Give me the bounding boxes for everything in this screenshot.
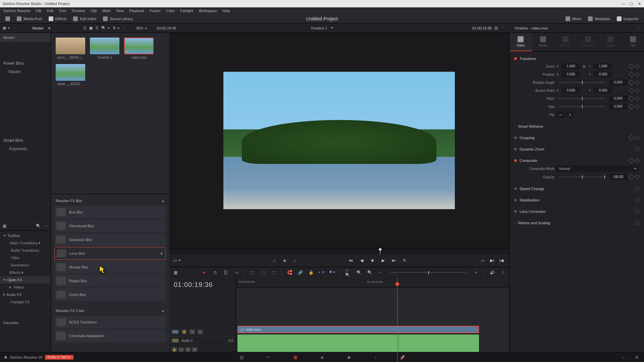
search-icon[interactable]: 🔍 bbox=[101, 26, 110, 30]
edit-index-button[interactable]: Edit Index bbox=[70, 15, 99, 22]
detail-zoom-icon[interactable]: 🔍 bbox=[356, 269, 362, 276]
mixer-button[interactable]: Mixer bbox=[563, 15, 584, 22]
transform-header[interactable]: Transform bbox=[514, 55, 639, 62]
to-end-icon[interactable]: ▶| bbox=[489, 257, 495, 263]
menu-playback[interactable]: Playback bbox=[127, 8, 146, 13]
anchor-y-input[interactable]: 0.000 bbox=[594, 87, 612, 94]
trim-tool-icon[interactable]: ⎙ bbox=[212, 269, 218, 276]
close-button[interactable]: ✕ bbox=[637, 2, 641, 6]
link-icon[interactable]: ⛓ bbox=[582, 65, 587, 68]
tab-effects[interactable]: Effects bbox=[554, 33, 577, 51]
opacity-slider[interactable] bbox=[558, 177, 605, 177]
inspector-button[interactable]: Inspector bbox=[614, 15, 641, 22]
fx-zoom-blur[interactable]: Zoom Blur bbox=[54, 288, 166, 301]
retime-header[interactable]: ›Retime and Scaling bbox=[514, 219, 639, 227]
timeline-view-icon[interactable]: ▦ bbox=[172, 269, 178, 276]
zoom-in-icon[interactable]: + bbox=[473, 269, 479, 276]
favorites-header[interactable]: Favorites bbox=[0, 319, 51, 326]
media-thumb[interactable]: water_-_45314 ... bbox=[56, 64, 85, 86]
audio-icon[interactable]: 🔊 bbox=[489, 269, 495, 276]
more-icon[interactable]: ⋯ bbox=[122, 26, 126, 30]
menu-trim[interactable]: Trim bbox=[57, 8, 68, 13]
master-breadcrumb[interactable]: Master bbox=[32, 26, 44, 30]
menu-edit[interactable]: Edit bbox=[45, 8, 55, 13]
zoom-percent[interactable]: 36% bbox=[136, 26, 147, 30]
deliver-page-icon[interactable]: 🚀 bbox=[399, 354, 406, 361]
fx-lens-blur[interactable]: Lens Blur★ bbox=[54, 247, 166, 260]
auto-select-icon[interactable]: ▭ bbox=[190, 329, 195, 334]
home-icon[interactable]: ⌂ bbox=[620, 354, 627, 361]
match-frame-icon[interactable]: ▭ bbox=[480, 257, 486, 263]
color-page-icon[interactable]: ◉ bbox=[345, 354, 352, 361]
zoom-slider[interactable] bbox=[390, 272, 467, 273]
link-icon[interactable]: 🔗 bbox=[297, 269, 303, 276]
fx-aces[interactable]: ACES Transform bbox=[54, 316, 166, 328]
pitch-slider[interactable] bbox=[558, 98, 605, 99]
lock-icon[interactable]: 🔒 bbox=[308, 269, 314, 276]
menu-workspace[interactable]: Workspace bbox=[197, 8, 219, 13]
stop-icon[interactable]: ■ bbox=[369, 257, 375, 263]
rotation-slider[interactable] bbox=[558, 82, 605, 83]
view-grid-icon[interactable]: ▦ bbox=[89, 26, 93, 30]
media-thumb[interactable]: Timeline 1 bbox=[90, 38, 119, 59]
fairlight-page-icon[interactable]: ♪ bbox=[372, 354, 379, 361]
insert-icon[interactable]: ⬚ bbox=[249, 269, 255, 276]
viewer-mode-icon[interactable]: ▭ bbox=[174, 257, 180, 263]
anchor-x-input[interactable]: 0.000 bbox=[562, 87, 580, 94]
fx-chromatic[interactable]: Chromatic Adaptation bbox=[54, 329, 166, 342]
nav-master[interactable]: Master bbox=[0, 33, 51, 42]
inspector-more-icon[interactable]: ⋯ bbox=[637, 26, 641, 30]
minimize-button[interactable]: — bbox=[621, 2, 625, 6]
custom-zoom-icon[interactable]: 🔍 bbox=[367, 269, 373, 276]
fx-gaussian-blur[interactable]: Gaussian Blur bbox=[54, 233, 166, 246]
tab-image[interactable]: Image bbox=[599, 33, 622, 51]
stabilization-header[interactable]: Stabilization bbox=[514, 196, 639, 204]
next-edit-icon[interactable]: ▷ bbox=[292, 257, 298, 263]
tab-audio[interactable]: Audio bbox=[532, 33, 554, 51]
fx-panel-icon[interactable]: ▦ bbox=[3, 224, 6, 228]
fairlightfx[interactable]: Fairlight FX bbox=[0, 298, 51, 306]
first-frame-icon[interactable]: ⏮ bbox=[348, 257, 354, 263]
last-frame-icon[interactable]: ⏭ bbox=[391, 257, 397, 263]
zoom-out-icon[interactable]: − bbox=[377, 269, 383, 276]
mixer-icon[interactable]: ⎍ bbox=[500, 269, 506, 276]
cut-page-icon[interactable]: ✂ bbox=[265, 354, 272, 361]
blade-tool-icon[interactable]: ⎮⎮ bbox=[223, 269, 229, 276]
video-clip[interactable]: 🔗 video.mov bbox=[237, 326, 479, 333]
audiofx-header[interactable]: Audio FX bbox=[0, 291, 51, 298]
opacity-input[interactable]: 100.00 bbox=[609, 174, 627, 180]
toolbox-header[interactable]: Toolbox bbox=[0, 232, 51, 239]
fx-blur-header[interactable]: Resolve FX Blur bbox=[54, 197, 166, 205]
rotation-input[interactable]: 0.000 bbox=[609, 79, 627, 85]
fx-radial-blur[interactable]: Radial Blur bbox=[54, 275, 166, 287]
menu-clip[interactable]: Clip bbox=[89, 8, 99, 13]
audio-transitions[interactable]: Audio Transitions bbox=[0, 247, 51, 254]
v1-header[interactable]: V1 🔒 ▭ ▭ bbox=[169, 327, 236, 336]
titles[interactable]: Titles bbox=[0, 254, 51, 261]
menu-help[interactable]: Help bbox=[220, 8, 232, 13]
menu-fairlight[interactable]: Fairlight bbox=[178, 8, 195, 13]
cropping-header[interactable]: Cropping bbox=[514, 134, 639, 141]
menu-mark[interactable]: Mark bbox=[100, 8, 112, 13]
openfx-header[interactable]: Open FX bbox=[0, 276, 51, 284]
auto-select-icon[interactable]: ▭ bbox=[178, 347, 184, 352]
menu-color[interactable]: Color bbox=[164, 8, 177, 13]
marker-icon[interactable] bbox=[329, 269, 335, 276]
fx-box-blur[interactable]: Box Blur bbox=[54, 206, 166, 219]
dynamic-zoom-header[interactable]: Dynamic Zoom bbox=[514, 145, 639, 153]
maximize-button[interactable]: ▢ bbox=[629, 2, 633, 6]
mute-button[interactable]: M bbox=[192, 347, 197, 352]
smart-reframe-header[interactable]: ›Smart Reframe bbox=[514, 123, 639, 130]
fusion-page-icon[interactable]: ◈ bbox=[319, 354, 325, 361]
viewer-scrubber[interactable] bbox=[169, 248, 509, 254]
flip-h-button[interactable]: ⇔ bbox=[556, 112, 565, 118]
replace-icon[interactable]: ⬚ bbox=[271, 269, 277, 276]
timeline-name[interactable]: Timeline 1 bbox=[311, 26, 327, 30]
menu-view[interactable]: View bbox=[114, 8, 126, 13]
layout-icon[interactable] bbox=[3, 15, 13, 22]
zoom-x-input[interactable]: 1.000 bbox=[562, 63, 580, 69]
filters[interactable]: Filters bbox=[0, 284, 51, 291]
video-transitions[interactable]: Video Transitions bbox=[0, 239, 51, 247]
chain-icon[interactable]: ⛓ bbox=[494, 26, 498, 30]
selection-tool-icon[interactable]: ➤ bbox=[201, 269, 207, 276]
